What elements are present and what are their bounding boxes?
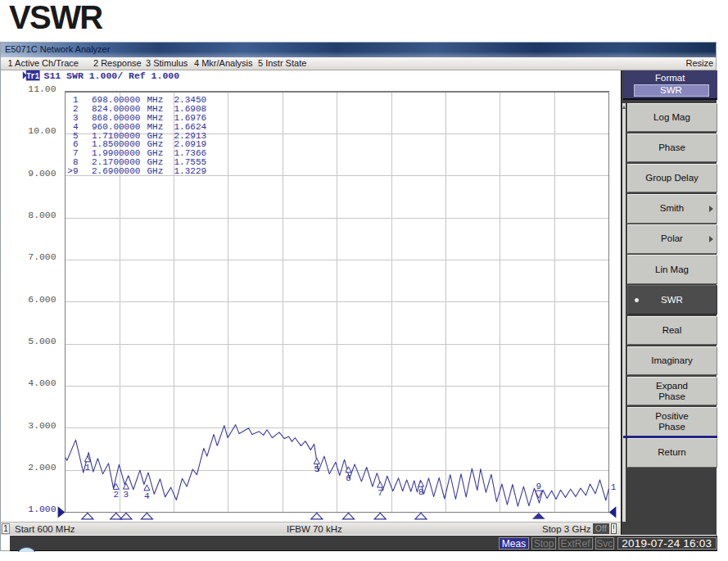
svg-text:6.000: 6.000: [28, 295, 56, 305]
svg-text:1: 1: [85, 463, 91, 473]
svg-text:7: 7: [378, 488, 383, 498]
svg-text:6: 6: [346, 473, 351, 483]
svg-text:1.000: 1.000: [28, 504, 56, 514]
svg-text:2.6900000: 2.6900000: [92, 166, 140, 176]
svg-text:5.000: 5.000: [28, 337, 56, 346]
svg-text:4: 4: [144, 491, 150, 501]
svg-text:11.00: 11.00: [28, 84, 56, 94]
svg-text:1: 1: [611, 482, 617, 492]
svg-text:GHz: GHz: [147, 166, 164, 176]
svg-text:8: 8: [418, 487, 424, 497]
svg-text:2: 2: [113, 490, 119, 500]
svg-text:9: 9: [536, 482, 541, 491]
svg-text:10.00: 10.00: [28, 126, 56, 136]
svg-text:2.000: 2.000: [28, 463, 56, 473]
svg-text:4.000: 4.000: [28, 378, 56, 388]
svg-text:3: 3: [124, 490, 129, 500]
svg-text:1.3229: 1.3229: [174, 166, 207, 176]
svg-text:8.000: 8.000: [28, 210, 56, 220]
svg-text:7.000: 7.000: [28, 252, 56, 262]
svg-text:5: 5: [314, 464, 319, 474]
svg-text:3.000: 3.000: [28, 421, 56, 431]
svg-text:>9: >9: [67, 166, 78, 176]
svg-text:9.000: 9.000: [28, 169, 56, 179]
svg-text:Tr1: Tr1: [26, 71, 39, 81]
svg-text:S11 SWR 1.000/ Ref 1.000: S11 SWR 1.000/ Ref 1.000: [44, 70, 180, 81]
